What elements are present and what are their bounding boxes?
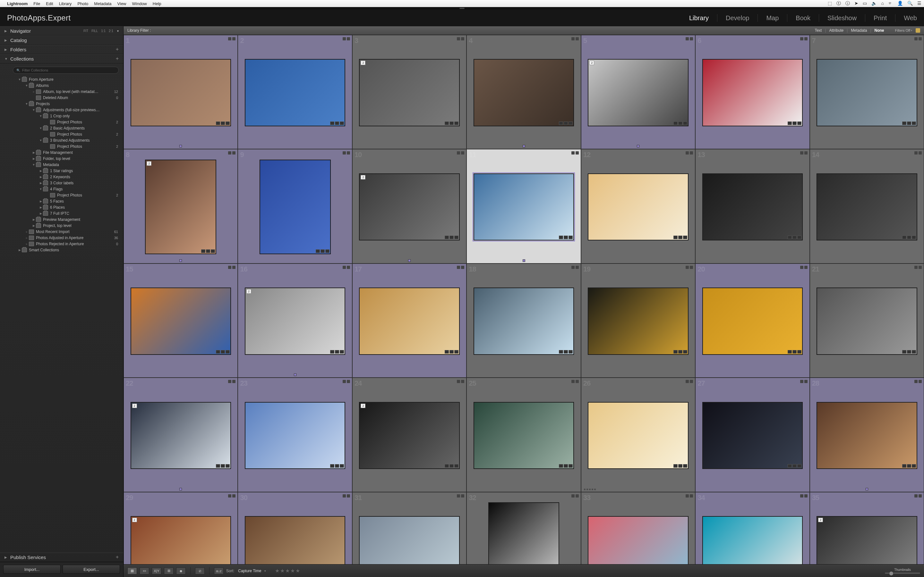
tree-row[interactable]: ▹Album, top level (with metadat…12 (0, 89, 123, 95)
tree-row[interactable]: ▶5 Faces (0, 198, 123, 204)
panel-navigator[interactable]: ▶ Navigator FITFILL1:12:1▾ (0, 26, 123, 35)
module-slideshow[interactable]: Slideshow (827, 15, 857, 22)
grid-cell[interactable]: 292 (124, 492, 238, 564)
info-icon[interactable]: ⓘ (845, 1, 850, 6)
grid-cell[interactable]: 52 (581, 35, 695, 149)
menu-window[interactable]: Window (132, 1, 147, 6)
module-book[interactable]: Book (796, 15, 811, 22)
tree-row[interactable]: ▼4 Flags (0, 186, 123, 192)
tree-row[interactable]: ▼Projects (0, 101, 123, 107)
grid-cell[interactable]: 30 (238, 492, 352, 564)
menu-file[interactable]: File (33, 1, 40, 6)
tree-row[interactable]: Project Photos2 (0, 143, 123, 149)
tree-row[interactable]: ▶Project, top level (0, 222, 123, 229)
tree-row[interactable]: Project Photos2 (0, 131, 123, 137)
volume-icon[interactable]: 🔈 (871, 1, 877, 6)
add-collection-button[interactable]: + (116, 56, 119, 62)
tree-row[interactable]: ▶6 Places (0, 204, 123, 210)
grid-cell[interactable]: 7 (810, 35, 924, 149)
grid-cell[interactable]: 6 (695, 35, 809, 149)
tree-row[interactable]: ▼1 Crop only (0, 113, 123, 119)
grid-cell[interactable]: 20 (695, 263, 809, 378)
filter-metadata[interactable]: Metadata (849, 27, 869, 33)
module-develop[interactable]: Develop (726, 15, 749, 22)
filter-attribute[interactable]: Attribute (827, 27, 846, 33)
grid-cell[interactable]: 18 (467, 263, 581, 378)
menu-app[interactable]: Lightroom (7, 1, 27, 6)
tree-row[interactable]: ▼From Aperture (0, 76, 123, 82)
grid-cell[interactable]: 23 (238, 378, 352, 492)
grid-cell[interactable]: 28 (810, 378, 924, 492)
view-loupe-button[interactable]: ▭ (140, 567, 149, 574)
filter-text[interactable]: Text (813, 27, 824, 33)
module-library[interactable]: Library (689, 15, 709, 22)
dropbox-icon[interactable]: ⬚ (828, 1, 832, 6)
grid-cell[interactable]: 31 (352, 492, 467, 564)
grid-cell[interactable]: 1 (124, 35, 238, 149)
grid-cell[interactable]: 13 (695, 149, 809, 263)
grid-cell[interactable]: 162 (238, 263, 352, 378)
tree-row[interactable]: Deleted Album0 (0, 95, 123, 101)
view-compare-button[interactable]: X|Y (152, 567, 162, 574)
grid-cell[interactable]: 32 (467, 492, 581, 564)
add-folder-button[interactable]: + (116, 47, 119, 53)
grid-cell[interactable]: 21 (810, 263, 924, 378)
grid-cell[interactable]: 32 (352, 35, 467, 149)
tree-row[interactable]: ▶Smart Collections (0, 247, 123, 253)
grid-cell[interactable]: 82 (124, 149, 238, 263)
wifi-icon[interactable]: ᯤ (888, 1, 893, 6)
grid-cell[interactable]: 9 (238, 149, 352, 263)
view-survey-button[interactable]: ⊞ (164, 567, 174, 574)
te-icon[interactable]: ⓣ (837, 1, 841, 6)
navigator-view-opts[interactable]: FITFILL1:12:1▾ (83, 29, 119, 33)
grid-cell[interactable]: 222 (124, 378, 238, 492)
user-icon[interactable]: 👤 (897, 1, 903, 6)
module-map[interactable]: Map (766, 15, 779, 22)
tree-row[interactable]: ▼3 Brushed Adjustments (0, 137, 123, 143)
tree-row[interactable]: ▼Albums (0, 82, 123, 89)
tree-row[interactable]: ▹Photos Rejected in Aperture0 (0, 241, 123, 247)
grid-cell[interactable]: 242 (352, 378, 467, 492)
location-icon[interactable]: ➤ (855, 1, 858, 6)
tree-row[interactable]: ▼2 Basic Adjustments (0, 125, 123, 131)
grid-cell[interactable]: 11 (467, 149, 581, 263)
grid-scroll[interactable]: 1232452678291021112131415162171819202122… (124, 35, 924, 564)
grid-cell[interactable]: 33 (581, 492, 695, 564)
tree-row[interactable]: ▶3 Color labels (0, 180, 123, 186)
tree-row[interactable]: ▶1 Star ratings (0, 168, 123, 174)
grid-cell[interactable]: 26★★★★★ (581, 378, 695, 492)
grid-cell[interactable]: 12 (581, 149, 695, 263)
tree-row[interactable]: ▼Adjustments (full-size previews… (0, 107, 123, 113)
tree-row[interactable]: ▶Preview Management (0, 216, 123, 222)
sort-value[interactable]: Capture Time (238, 569, 261, 573)
view-grid-button[interactable]: ▦ (128, 567, 137, 574)
grid-cell[interactable]: 2 (238, 35, 352, 149)
grid-cell[interactable]: 4 (467, 35, 581, 149)
menu-view[interactable]: View (118, 1, 126, 6)
airplay-icon[interactable]: ⌂ (881, 1, 884, 6)
tree-row[interactable]: ▼Metadata (0, 161, 123, 168)
filter-collections-field[interactable]: Filter Collections (13, 67, 119, 74)
grid-cell[interactable]: 17 (352, 263, 467, 378)
rating-control[interactable]: ★★★★★ (275, 568, 300, 574)
panel-collections[interactable]: ▼ Collections + (0, 54, 123, 63)
tree-row[interactable]: ▶7 Full IPTC (0, 210, 123, 216)
grid-cell[interactable]: 27 (695, 378, 809, 492)
grid-cell[interactable]: 34 (695, 492, 809, 564)
grid-cell[interactable]: 25 (467, 378, 581, 492)
menu-metadata[interactable]: Metadata (94, 1, 111, 6)
grid-cell[interactable]: 14 (810, 149, 924, 263)
menu-library[interactable]: Library (59, 1, 72, 6)
tree-row[interactable]: ▶Folder, top level (0, 155, 123, 161)
painter-button[interactable]: ⎚ (195, 567, 205, 574)
menu-photo[interactable]: Photo (78, 1, 88, 6)
filter-none[interactable]: None (873, 27, 886, 33)
panel-folders[interactable]: ▶ Folders + (0, 45, 123, 54)
grid-cell[interactable]: 102 (352, 149, 467, 263)
filters-off-menu[interactable]: Filters Off (895, 29, 910, 32)
grid-cell[interactable]: 19 (581, 263, 695, 378)
menu-help[interactable]: Help (153, 1, 162, 6)
export-button[interactable]: Export... (63, 565, 120, 574)
tree-row[interactable]: Project Photos2 (0, 192, 123, 198)
notif-icon[interactable]: ☰ (917, 1, 921, 6)
